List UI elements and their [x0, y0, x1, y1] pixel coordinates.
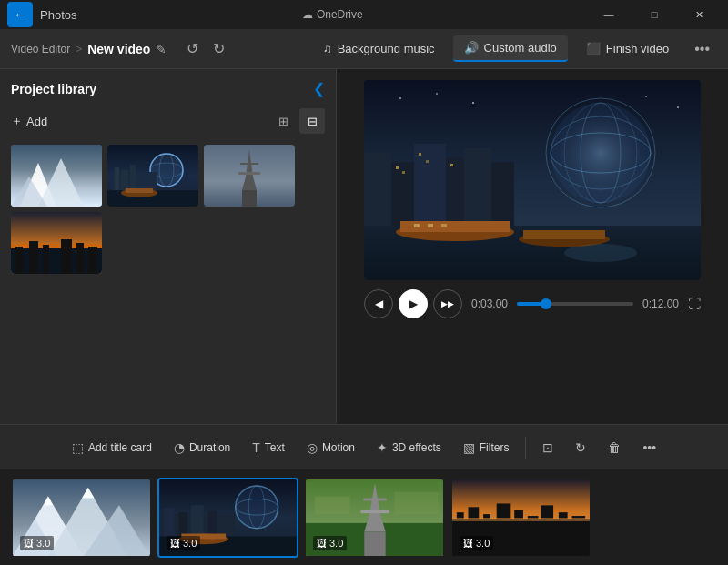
finish-video-label: Finish video [606, 42, 669, 55]
svg-rect-84 [364, 531, 385, 555]
library-item-3[interactable] [204, 145, 295, 207]
svg-point-32 [677, 106, 679, 108]
svg-rect-14 [126, 188, 153, 193]
project-library-sidebar: Project library ❮ ＋ Add ⊞ ⊟ [0, 69, 337, 424]
play-controls: ◀ ▶ ▶▶ [364, 289, 462, 318]
custom-audio-button[interactable]: 🔊 Custom audio [453, 35, 568, 62]
delete-button[interactable]: 🗑 [599, 435, 630, 460]
svg-rect-99 [572, 516, 586, 556]
svg-rect-50 [450, 164, 453, 166]
library-item-2[interactable] [107, 145, 198, 207]
story-item-1[interactable]: 🖼 3.0 [11, 478, 152, 558]
progress-thumb[interactable] [541, 298, 551, 309]
svg-marker-15 [242, 149, 257, 190]
current-time: 0:03.00 [471, 298, 508, 310]
list-view-button[interactable]: ⊟ [299, 108, 325, 134]
story-duration-2: 🖼 3.0 [167, 536, 200, 550]
finish-video-button[interactable]: ⬛ Finish video [575, 36, 680, 61]
svg-rect-23 [43, 245, 49, 274]
toolbar-more-button[interactable]: ••• [687, 37, 717, 61]
back-icon: ← [14, 7, 26, 22]
svg-rect-24 [61, 239, 72, 274]
close-button[interactable]: ✕ [679, 0, 721, 29]
duration-value-1: 3.0 [36, 538, 50, 549]
add-title-card-button[interactable]: ⬚ Add title card [63, 435, 161, 460]
svg-rect-88 [394, 491, 439, 513]
app-title: Photos [40, 8, 76, 22]
library-item-4[interactable] [11, 212, 102, 274]
svg-rect-22 [29, 241, 38, 274]
add-label: Add [26, 115, 47, 128]
svg-point-29 [436, 93, 438, 95]
svg-rect-25 [76, 243, 84, 274]
toolbar-right: ♫ Background music 🔊 Custom audio ⬛ Fini… [312, 35, 717, 62]
breadcrumb-separator: > [76, 43, 82, 55]
duration-icon-3: 🖼 [317, 538, 327, 549]
svg-rect-54 [414, 224, 420, 227]
minimize-button[interactable]: — [588, 0, 630, 29]
undo-button[interactable]: ↺ [183, 36, 202, 61]
background-music-label: Background music [338, 42, 435, 55]
crop-button[interactable]: ⊡ [533, 435, 562, 460]
svg-rect-48 [419, 153, 421, 156]
svg-rect-9 [115, 167, 119, 190]
redo-button[interactable]: ↻ [209, 36, 228, 61]
svg-rect-47 [402, 171, 405, 174]
maximize-button[interactable]: □ [633, 0, 675, 29]
add-title-card-label: Add title card [88, 441, 152, 454]
effects-icon: ✦ [377, 440, 388, 455]
title-card-icon: ⬚ [72, 440, 84, 455]
svg-rect-56 [441, 224, 447, 227]
svg-rect-95 [514, 510, 523, 556]
story-item-2[interactable]: 🖼 3.0 [157, 478, 298, 558]
effects-button[interactable]: ✦ 3D effects [368, 435, 450, 460]
duration-icon-1: 🖼 [24, 538, 34, 549]
motion-button[interactable]: ◎ Motion [298, 435, 364, 460]
progress-bar[interactable] [517, 302, 633, 306]
background-music-button[interactable]: ♫ Background music [312, 36, 446, 61]
audio-icon: 🔊 [464, 41, 479, 55]
story-duration-3: 🖼 3.0 [313, 536, 347, 550]
story-item-3[interactable]: 🖼 3.0 [304, 478, 445, 558]
motion-icon: ◎ [307, 440, 318, 455]
grid-view-button[interactable]: ⊞ [270, 108, 296, 134]
export-icon: ⬛ [586, 42, 601, 55]
svg-rect-97 [541, 505, 553, 556]
svg-point-35 [541, 94, 660, 212]
title-bar-left: ← Photos [7, 2, 76, 27]
more-options-button[interactable]: ••• [633, 435, 665, 460]
delete-icon: 🗑 [608, 440, 621, 455]
add-media-button[interactable]: ＋ Add [11, 113, 47, 129]
library-item-1[interactable] [11, 145, 102, 207]
filters-button[interactable]: ▧ Filters [454, 435, 519, 460]
svg-rect-26 [88, 247, 97, 274]
window-controls: — □ ✕ [588, 0, 721, 29]
previous-button[interactable]: ◀ [364, 289, 393, 318]
text-icon: T [252, 440, 260, 455]
duration-button[interactable]: ◔ Duration [165, 435, 239, 460]
custom-audio-label: Custom audio [484, 41, 557, 55]
sidebar-toolbar: ＋ Add ⊞ ⊟ [11, 108, 325, 134]
expand-button[interactable]: ⛶ [688, 297, 701, 311]
main-toolbar: Video Editor > New video ✎ ↺ ↻ ♫ Backgro… [0, 29, 728, 69]
edit-title-icon[interactable]: ✎ [156, 42, 167, 56]
play-button[interactable]: ▶ [399, 289, 428, 318]
text-label: Text [265, 441, 285, 454]
text-button[interactable]: T Text [243, 435, 294, 460]
duration-label: Duration [189, 441, 230, 454]
duration-icon-4: 🖼 [463, 538, 473, 549]
svg-rect-100 [452, 518, 590, 521]
speed-button[interactable]: ↻ [566, 435, 595, 460]
duration-value-2: 3.0 [183, 538, 197, 549]
sidebar-collapse-button[interactable]: ❮ [313, 80, 325, 97]
story-duration-4: 🖼 3.0 [460, 536, 493, 550]
toolbar-left: Video Editor > New video ✎ ↺ ↻ [11, 36, 305, 61]
filters-label: Filters [480, 441, 510, 454]
svg-rect-17 [238, 172, 260, 175]
svg-rect-94 [497, 503, 511, 556]
video-editor-label: Video Editor [11, 43, 70, 55]
next-button[interactable]: ▶▶ [433, 289, 462, 318]
svg-rect-10 [121, 170, 128, 190]
story-item-4[interactable]: 🖼 3.0 [450, 478, 592, 558]
back-button[interactable]: ← [7, 2, 33, 27]
